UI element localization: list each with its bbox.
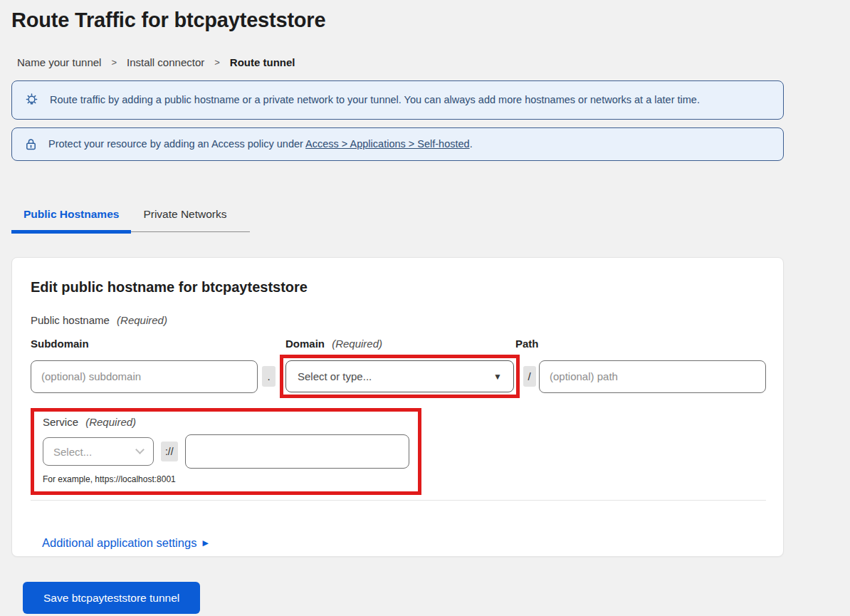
page-title: Route Traffic for btcpayteststore [11, 9, 784, 32]
lock-icon [23, 137, 38, 152]
caret-down-icon: ▼ [493, 372, 502, 382]
breadcrumb-separator: > [111, 57, 117, 68]
service-type-value: Select... [53, 446, 92, 458]
access-policy-link[interactable]: Access > Applications > Self-hosted [305, 138, 470, 150]
section-divider [31, 500, 766, 501]
tab-public-hostnames[interactable]: Public Hostnames [11, 201, 131, 234]
tip-banner-text: Route traffic by adding a public hostnam… [50, 93, 700, 108]
public-hostname-label: Public hostname [31, 314, 110, 326]
tab-private-networks[interactable]: Private Networks [131, 201, 249, 231]
protocol-separator: :// [161, 442, 178, 461]
tab-bar: Public Hostnames Private Networks [11, 201, 250, 232]
dot-separator: . [262, 366, 276, 387]
page-content: Route Traffic for btcpayteststore Name y… [0, 9, 784, 614]
hostname-labels-row: Subdomain Domain (Required) Path [31, 338, 765, 350]
required-tag: (Required) [117, 314, 167, 326]
save-tunnel-button[interactable]: Save btcpayteststore tunnel [23, 582, 200, 614]
path-input[interactable] [539, 360, 766, 393]
access-banner-suffix: . [470, 138, 473, 150]
lightbulb-icon [23, 92, 40, 108]
breadcrumb-separator: > [214, 57, 220, 68]
triangle-right-icon: ▶ [202, 538, 208, 548]
path-label: Path [515, 338, 766, 350]
public-hostname-section-label: Public hostname (Required) [31, 314, 765, 326]
chevron-down-icon [135, 445, 145, 454]
card-title: Edit public hostname for btcpayteststore [31, 279, 765, 296]
breadcrumb: Name your tunnel > Install connector > R… [11, 56, 784, 68]
access-banner: Protect your resource by adding an Acces… [11, 127, 784, 161]
slash-separator-cell: / [520, 366, 539, 387]
subdomain-label: Subdomain [31, 338, 258, 350]
service-url-input[interactable] [185, 434, 409, 469]
domain-label-text: Domain [285, 338, 325, 350]
service-label: Service (Required) [39, 416, 409, 428]
breadcrumb-install-connector[interactable]: Install connector [127, 56, 204, 68]
edit-hostname-card: Edit public hostname for btcpayteststore… [11, 257, 784, 557]
additional-settings-label: Additional application settings [42, 536, 196, 550]
domain-select[interactable]: Select or type... ▼ [285, 360, 514, 392]
subdomain-input[interactable] [31, 360, 258, 393]
required-tag: (Required) [85, 416, 136, 428]
hostname-inputs-row: . Select or type... ▼ / [31, 355, 765, 398]
dot-separator-cell: . [258, 366, 280, 387]
additional-settings-link[interactable]: Additional application settings ▶ [42, 536, 209, 550]
service-label-text: Service [43, 416, 78, 428]
domain-highlight-box: Select or type... ▼ [280, 355, 520, 398]
required-tag: (Required) [332, 338, 382, 350]
breadcrumb-route-tunnel: Route tunnel [230, 56, 295, 68]
service-type-select[interactable]: Select... [43, 437, 154, 466]
tip-banner: Route traffic by adding a public hostnam… [11, 80, 784, 120]
slash-separator: / [523, 366, 536, 387]
service-highlight-box: Service (Required) Select... :// For exa… [31, 408, 421, 495]
domain-select-value: Select or type... [298, 370, 372, 382]
breadcrumb-name-your-tunnel[interactable]: Name your tunnel [17, 56, 101, 68]
domain-label: Domain (Required) [280, 338, 520, 350]
access-banner-prefix: Protect your resource by adding an Acces… [48, 138, 303, 150]
access-banner-text: Protect your resource by adding an Acces… [48, 137, 473, 152]
service-inputs-row: Select... :// [39, 434, 409, 469]
service-hint: For example, https://localhost:8001 [39, 474, 409, 484]
